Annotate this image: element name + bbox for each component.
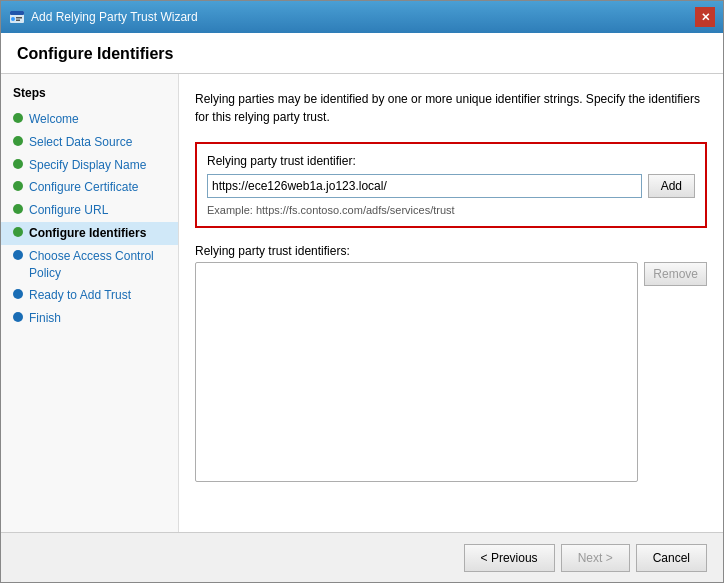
sidebar-title: Steps bbox=[1, 86, 178, 108]
identifiers-list[interactable] bbox=[195, 262, 638, 482]
wizard-icon bbox=[9, 9, 25, 25]
step-dot-choose-access-control-policy bbox=[13, 250, 23, 260]
step-dot-select-data-source bbox=[13, 136, 23, 146]
sidebar-item-choose-access-control-policy: Choose Access Control Policy bbox=[1, 245, 178, 285]
step-dot-configure-certificate bbox=[13, 181, 23, 191]
next-button[interactable]: Next > bbox=[561, 544, 630, 572]
title-bar-left: Add Relying Party Trust Wizard bbox=[9, 9, 198, 25]
sidebar-item-configure-certificate: Configure Certificate bbox=[1, 176, 178, 199]
content-area: Steps Welcome Select Data Source Specify… bbox=[1, 74, 723, 532]
sidebar-label-configure-url: Configure URL bbox=[29, 202, 108, 219]
sidebar-label-configure-identifiers: Configure Identifiers bbox=[29, 225, 146, 242]
sidebar-item-welcome: Welcome bbox=[1, 108, 178, 131]
title-bar: Add Relying Party Trust Wizard ✕ bbox=[1, 1, 723, 33]
step-dot-configure-identifiers bbox=[13, 227, 23, 237]
sidebar: Steps Welcome Select Data Source Specify… bbox=[1, 74, 179, 532]
window-title: Add Relying Party Trust Wizard bbox=[31, 10, 198, 24]
sidebar-item-select-data-source: Select Data Source bbox=[1, 131, 178, 154]
previous-button[interactable]: < Previous bbox=[464, 544, 555, 572]
sidebar-label-welcome: Welcome bbox=[29, 111, 79, 128]
sidebar-label-configure-certificate: Configure Certificate bbox=[29, 179, 138, 196]
step-dot-finish bbox=[13, 312, 23, 322]
step-dot-welcome bbox=[13, 113, 23, 123]
input-row: Add bbox=[207, 174, 695, 198]
identifiers-area: Remove bbox=[195, 262, 707, 482]
identifier-label: Relying party trust identifier: bbox=[207, 154, 695, 168]
close-button[interactable]: ✕ bbox=[695, 7, 715, 27]
svg-point-2 bbox=[11, 17, 15, 21]
sidebar-label-choose-access-control-policy: Choose Access Control Policy bbox=[29, 248, 166, 282]
svg-rect-4 bbox=[16, 20, 20, 22]
sidebar-item-specify-display-name: Specify Display Name bbox=[1, 154, 178, 177]
identifier-input[interactable] bbox=[207, 174, 642, 198]
sidebar-item-configure-identifiers: Configure Identifiers bbox=[1, 222, 178, 245]
sidebar-label-specify-display-name: Specify Display Name bbox=[29, 157, 146, 174]
identifiers-list-label: Relying party trust identifiers: bbox=[195, 244, 707, 258]
footer: < Previous Next > Cancel bbox=[1, 532, 723, 582]
step-dot-specify-display-name bbox=[13, 159, 23, 169]
remove-button[interactable]: Remove bbox=[644, 262, 707, 286]
sidebar-item-ready-to-add-trust: Ready to Add Trust bbox=[1, 284, 178, 307]
sidebar-item-configure-url: Configure URL bbox=[1, 199, 178, 222]
sidebar-label-ready-to-add-trust: Ready to Add Trust bbox=[29, 287, 131, 304]
svg-rect-3 bbox=[16, 17, 22, 19]
cancel-button[interactable]: Cancel bbox=[636, 544, 707, 572]
example-text: Example: https://fs.contoso.com/adfs/ser… bbox=[207, 204, 695, 216]
main-panel: Relying parties may be identified by one… bbox=[179, 74, 723, 532]
sidebar-item-finish: Finish bbox=[1, 307, 178, 330]
step-dot-configure-url bbox=[13, 204, 23, 214]
description-text: Relying parties may be identified by one… bbox=[195, 90, 707, 126]
identifier-box: Relying party trust identifier: Add Exam… bbox=[195, 142, 707, 228]
svg-rect-1 bbox=[10, 11, 24, 15]
sidebar-label-finish: Finish bbox=[29, 310, 61, 327]
page-title: Configure Identifiers bbox=[17, 45, 707, 63]
step-dot-ready-to-add-trust bbox=[13, 289, 23, 299]
identifiers-section: Relying party trust identifiers: Remove bbox=[195, 244, 707, 482]
page-title-bar: Configure Identifiers bbox=[1, 33, 723, 74]
sidebar-label-select-data-source: Select Data Source bbox=[29, 134, 132, 151]
add-button[interactable]: Add bbox=[648, 174, 695, 198]
wizard-window: Add Relying Party Trust Wizard ✕ Configu… bbox=[0, 0, 724, 583]
